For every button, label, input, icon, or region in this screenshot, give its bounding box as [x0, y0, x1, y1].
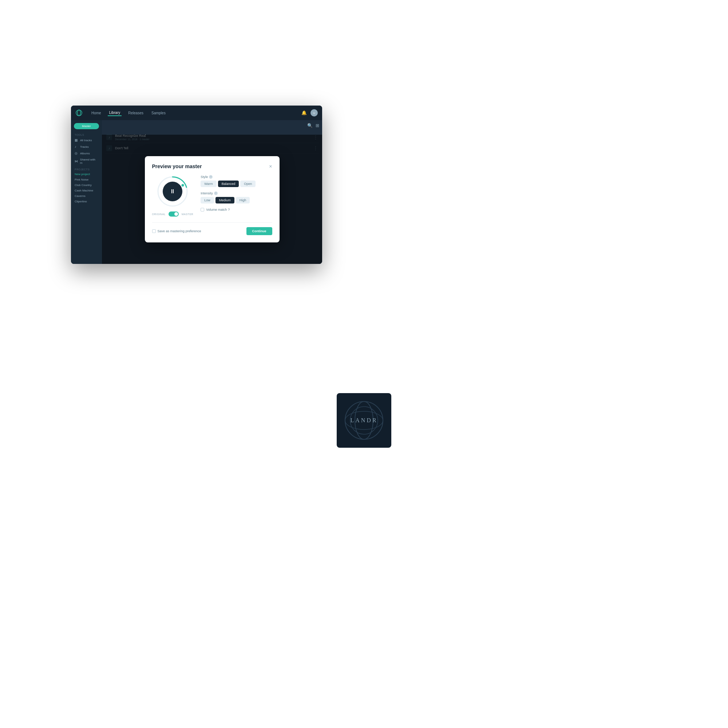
style-warm-button[interactable]: Warm	[200, 180, 217, 187]
controls-area: Style ? Warm Balanced Open	[200, 175, 272, 217]
player-area: ⏸ ORIGINAL MASTER	[152, 175, 194, 217]
tools-section-label: TOOLS	[71, 132, 102, 137]
style-balanced-button[interactable]: Balanced	[218, 180, 239, 187]
nav-library[interactable]: Library	[108, 110, 122, 116]
intensity-help-icon[interactable]: ?	[214, 191, 218, 195]
master-label: MASTER	[182, 213, 193, 216]
player-circle: ⏸	[156, 175, 189, 208]
nav-releases[interactable]: Releases	[127, 110, 145, 116]
nav-samples[interactable]: Samples	[150, 110, 167, 116]
notification-icon[interactable]: 🔔	[301, 110, 307, 115]
sidebar-project-club-country[interactable]: Club Country	[71, 182, 102, 188]
save-preference-checkbox[interactable]	[152, 229, 156, 233]
modal-header: Preview your master ×	[152, 164, 272, 169]
style-control: Style ? Warm Balanced Open	[200, 175, 272, 187]
filter-icon[interactable]: ⊞	[316, 123, 319, 128]
app-body: Master TOOLS ▦ All tracks ♪ Tracks ◎ Alb…	[71, 120, 322, 264]
user-avatar[interactable]: U	[310, 109, 318, 116]
play-pause-button[interactable]: ⏸	[163, 182, 182, 201]
volume-match-label: Volume match ?	[206, 208, 230, 211]
intensity-low-button[interactable]: Low	[200, 197, 214, 203]
continue-button[interactable]: Continue	[246, 227, 272, 235]
master-button[interactable]: Master	[74, 123, 99, 129]
sidebar: Master TOOLS ▦ All tracks ♪ Tracks ◎ Alb…	[71, 120, 102, 264]
share-icon: ⋈	[75, 159, 78, 163]
preview-modal: Preview your master ×	[145, 156, 280, 242]
modal-body: ⏸ ORIGINAL MASTER	[152, 175, 272, 217]
svg-point-4	[182, 184, 184, 187]
volume-help-icon[interactable]: ?	[228, 208, 230, 211]
music-icon: ♪	[75, 145, 78, 148]
modal-footer: Save as mastering preference Continue	[152, 222, 272, 235]
save-preference: Save as mastering preference	[152, 229, 201, 233]
sidebar-item-albums[interactable]: ◎ Albums	[71, 150, 102, 156]
sidebar-project-clipertino[interactable]: Clipertino	[71, 199, 102, 204]
projects-section-label: PROJECTS	[71, 166, 102, 171]
original-master-toggle[interactable]	[168, 211, 179, 217]
intensity-control: Intensity ? Low Medium High	[200, 191, 272, 203]
landr-logo: LANDR	[337, 393, 391, 448]
style-help-icon[interactable]: ?	[209, 175, 213, 179]
style-label: Style ?	[200, 175, 272, 179]
landr-logo-container: LANDR	[337, 393, 391, 448]
sidebar-project-pink-noise[interactable]: Pink Noise	[71, 177, 102, 182]
intensity-label: Intensity ?	[200, 191, 272, 195]
svg-point-0	[76, 110, 82, 116]
close-button[interactable]: ×	[269, 164, 272, 169]
app-logo	[75, 109, 83, 116]
original-label: ORIGINAL	[152, 213, 166, 216]
sidebar-project-cash-machine[interactable]: Cash Machine	[71, 188, 102, 193]
bar-chart-icon: ▦	[75, 138, 78, 142]
modal-overlay: Preview your master ×	[102, 135, 322, 264]
sidebar-project-caverns[interactable]: Caverns	[71, 193, 102, 199]
modal-title: Preview your master	[152, 164, 202, 169]
svg-text:LANDR: LANDR	[350, 417, 378, 423]
nav-right: 🔔 U	[301, 109, 318, 116]
volume-match-row: Volume match ?	[200, 208, 272, 211]
nav-bar: Home Library Releases Samples 🔔 U	[71, 106, 322, 120]
svg-point-1	[78, 110, 80, 116]
disc-icon: ◎	[75, 151, 78, 155]
sidebar-item-all-tracks[interactable]: ▦ All tracks	[71, 137, 102, 144]
volume-match-control: Volume match ?	[200, 208, 272, 211]
search-icon[interactable]: 🔍	[307, 123, 313, 128]
style-open-button[interactable]: Open	[240, 180, 255, 187]
sidebar-item-tracks[interactable]: ♪ Tracks	[71, 144, 102, 150]
pause-icon: ⏸	[170, 188, 176, 195]
app-window: Home Library Releases Samples 🔔 U Master…	[71, 106, 322, 264]
sidebar-project-new[interactable]: New project	[71, 171, 102, 177]
intensity-medium-button[interactable]: Medium	[216, 197, 234, 203]
sidebar-item-shared[interactable]: ⋈ Shared with m	[71, 156, 102, 166]
style-btn-group: Warm Balanced Open	[200, 180, 272, 187]
nav-home[interactable]: Home	[90, 110, 102, 116]
toggle-thumb	[174, 212, 178, 216]
player-labels: ORIGINAL MASTER	[152, 211, 194, 217]
main-toolbar: 🔍 ⊞	[105, 123, 319, 128]
save-preference-label: Save as mastering preference	[158, 229, 201, 233]
volume-match-checkbox[interactable]	[200, 208, 204, 211]
intensity-btn-group: Low Medium High	[200, 197, 272, 203]
intensity-high-button[interactable]: High	[236, 197, 250, 203]
main-content: 🔍 ⊞ ♪ Beat Recognize Real December 11, 2…	[102, 120, 322, 264]
